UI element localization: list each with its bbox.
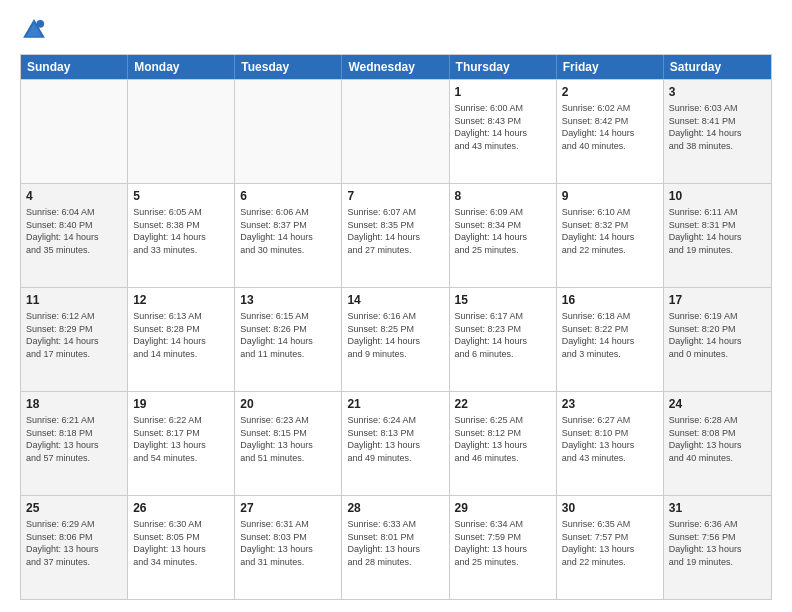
day-info: Sunrise: 6:30 AM Sunset: 8:05 PM Dayligh… (133, 518, 229, 568)
day-number: 11 (26, 292, 122, 308)
table-row (342, 80, 449, 183)
day-number: 3 (669, 84, 766, 100)
day-number: 7 (347, 188, 443, 204)
table-row: 27Sunrise: 6:31 AM Sunset: 8:03 PM Dayli… (235, 496, 342, 599)
table-row: 28Sunrise: 6:33 AM Sunset: 8:01 PM Dayli… (342, 496, 449, 599)
calendar-week-4: 18Sunrise: 6:21 AM Sunset: 8:18 PM Dayli… (21, 391, 771, 495)
day-info: Sunrise: 6:00 AM Sunset: 8:43 PM Dayligh… (455, 102, 551, 152)
day-info: Sunrise: 6:03 AM Sunset: 8:41 PM Dayligh… (669, 102, 766, 152)
table-row: 15Sunrise: 6:17 AM Sunset: 8:23 PM Dayli… (450, 288, 557, 391)
day-number: 21 (347, 396, 443, 412)
table-row: 9Sunrise: 6:10 AM Sunset: 8:32 PM Daylig… (557, 184, 664, 287)
table-row: 23Sunrise: 6:27 AM Sunset: 8:10 PM Dayli… (557, 392, 664, 495)
day-info: Sunrise: 6:31 AM Sunset: 8:03 PM Dayligh… (240, 518, 336, 568)
day-info: Sunrise: 6:07 AM Sunset: 8:35 PM Dayligh… (347, 206, 443, 256)
table-row: 7Sunrise: 6:07 AM Sunset: 8:35 PM Daylig… (342, 184, 449, 287)
table-row: 12Sunrise: 6:13 AM Sunset: 8:28 PM Dayli… (128, 288, 235, 391)
day-info: Sunrise: 6:34 AM Sunset: 7:59 PM Dayligh… (455, 518, 551, 568)
day-number: 13 (240, 292, 336, 308)
table-row: 3Sunrise: 6:03 AM Sunset: 8:41 PM Daylig… (664, 80, 771, 183)
day-number: 6 (240, 188, 336, 204)
table-row: 10Sunrise: 6:11 AM Sunset: 8:31 PM Dayli… (664, 184, 771, 287)
day-number: 5 (133, 188, 229, 204)
day-info: Sunrise: 6:24 AM Sunset: 8:13 PM Dayligh… (347, 414, 443, 464)
table-row: 16Sunrise: 6:18 AM Sunset: 8:22 PM Dayli… (557, 288, 664, 391)
day-number: 16 (562, 292, 658, 308)
table-row: 6Sunrise: 6:06 AM Sunset: 8:37 PM Daylig… (235, 184, 342, 287)
day-number: 8 (455, 188, 551, 204)
day-info: Sunrise: 6:21 AM Sunset: 8:18 PM Dayligh… (26, 414, 122, 464)
calendar-week-2: 4Sunrise: 6:04 AM Sunset: 8:40 PM Daylig… (21, 183, 771, 287)
table-row: 19Sunrise: 6:22 AM Sunset: 8:17 PM Dayli… (128, 392, 235, 495)
table-row: 18Sunrise: 6:21 AM Sunset: 8:18 PM Dayli… (21, 392, 128, 495)
day-info: Sunrise: 6:04 AM Sunset: 8:40 PM Dayligh… (26, 206, 122, 256)
calendar-week-1: 1Sunrise: 6:00 AM Sunset: 8:43 PM Daylig… (21, 79, 771, 183)
day-info: Sunrise: 6:13 AM Sunset: 8:28 PM Dayligh… (133, 310, 229, 360)
day-info: Sunrise: 6:22 AM Sunset: 8:17 PM Dayligh… (133, 414, 229, 464)
day-info: Sunrise: 6:25 AM Sunset: 8:12 PM Dayligh… (455, 414, 551, 464)
table-row: 11Sunrise: 6:12 AM Sunset: 8:29 PM Dayli… (21, 288, 128, 391)
day-info: Sunrise: 6:29 AM Sunset: 8:06 PM Dayligh… (26, 518, 122, 568)
calendar: SundayMondayTuesdayWednesdayThursdayFrid… (20, 54, 772, 600)
page-header (20, 16, 772, 44)
day-info: Sunrise: 6:23 AM Sunset: 8:15 PM Dayligh… (240, 414, 336, 464)
day-number: 12 (133, 292, 229, 308)
table-row: 26Sunrise: 6:30 AM Sunset: 8:05 PM Dayli… (128, 496, 235, 599)
logo-icon (20, 16, 48, 44)
table-row: 2Sunrise: 6:02 AM Sunset: 8:42 PM Daylig… (557, 80, 664, 183)
table-row: 25Sunrise: 6:29 AM Sunset: 8:06 PM Dayli… (21, 496, 128, 599)
day-number: 31 (669, 500, 766, 516)
day-number: 15 (455, 292, 551, 308)
day-number: 20 (240, 396, 336, 412)
table-row: 29Sunrise: 6:34 AM Sunset: 7:59 PM Dayli… (450, 496, 557, 599)
day-number: 26 (133, 500, 229, 516)
table-row: 5Sunrise: 6:05 AM Sunset: 8:38 PM Daylig… (128, 184, 235, 287)
table-row: 17Sunrise: 6:19 AM Sunset: 8:20 PM Dayli… (664, 288, 771, 391)
day-info: Sunrise: 6:27 AM Sunset: 8:10 PM Dayligh… (562, 414, 658, 464)
table-row: 13Sunrise: 6:15 AM Sunset: 8:26 PM Dayli… (235, 288, 342, 391)
header-day-monday: Monday (128, 55, 235, 79)
calendar-week-5: 25Sunrise: 6:29 AM Sunset: 8:06 PM Dayli… (21, 495, 771, 599)
day-info: Sunrise: 6:15 AM Sunset: 8:26 PM Dayligh… (240, 310, 336, 360)
header-day-sunday: Sunday (21, 55, 128, 79)
day-info: Sunrise: 6:17 AM Sunset: 8:23 PM Dayligh… (455, 310, 551, 360)
day-number: 24 (669, 396, 766, 412)
day-info: Sunrise: 6:12 AM Sunset: 8:29 PM Dayligh… (26, 310, 122, 360)
day-info: Sunrise: 6:02 AM Sunset: 8:42 PM Dayligh… (562, 102, 658, 152)
header-day-thursday: Thursday (450, 55, 557, 79)
header-day-wednesday: Wednesday (342, 55, 449, 79)
day-number: 28 (347, 500, 443, 516)
calendar-header: SundayMondayTuesdayWednesdayThursdayFrid… (21, 55, 771, 79)
table-row: 8Sunrise: 6:09 AM Sunset: 8:34 PM Daylig… (450, 184, 557, 287)
day-number: 18 (26, 396, 122, 412)
calendar-body: 1Sunrise: 6:00 AM Sunset: 8:43 PM Daylig… (21, 79, 771, 599)
header-day-tuesday: Tuesday (235, 55, 342, 79)
table-row: 1Sunrise: 6:00 AM Sunset: 8:43 PM Daylig… (450, 80, 557, 183)
day-info: Sunrise: 6:06 AM Sunset: 8:37 PM Dayligh… (240, 206, 336, 256)
header-day-saturday: Saturday (664, 55, 771, 79)
table-row: 4Sunrise: 6:04 AM Sunset: 8:40 PM Daylig… (21, 184, 128, 287)
day-info: Sunrise: 6:36 AM Sunset: 7:56 PM Dayligh… (669, 518, 766, 568)
svg-point-2 (36, 20, 44, 28)
day-info: Sunrise: 6:05 AM Sunset: 8:38 PM Dayligh… (133, 206, 229, 256)
day-number: 30 (562, 500, 658, 516)
day-number: 2 (562, 84, 658, 100)
table-row (21, 80, 128, 183)
day-number: 10 (669, 188, 766, 204)
day-number: 1 (455, 84, 551, 100)
day-info: Sunrise: 6:11 AM Sunset: 8:31 PM Dayligh… (669, 206, 766, 256)
day-number: 27 (240, 500, 336, 516)
day-number: 29 (455, 500, 551, 516)
day-info: Sunrise: 6:33 AM Sunset: 8:01 PM Dayligh… (347, 518, 443, 568)
table-row: 31Sunrise: 6:36 AM Sunset: 7:56 PM Dayli… (664, 496, 771, 599)
table-row: 22Sunrise: 6:25 AM Sunset: 8:12 PM Dayli… (450, 392, 557, 495)
table-row: 30Sunrise: 6:35 AM Sunset: 7:57 PM Dayli… (557, 496, 664, 599)
table-row (235, 80, 342, 183)
day-number: 23 (562, 396, 658, 412)
table-row: 24Sunrise: 6:28 AM Sunset: 8:08 PM Dayli… (664, 392, 771, 495)
day-number: 4 (26, 188, 122, 204)
day-number: 19 (133, 396, 229, 412)
logo (20, 16, 52, 44)
table-row: 20Sunrise: 6:23 AM Sunset: 8:15 PM Dayli… (235, 392, 342, 495)
day-info: Sunrise: 6:19 AM Sunset: 8:20 PM Dayligh… (669, 310, 766, 360)
